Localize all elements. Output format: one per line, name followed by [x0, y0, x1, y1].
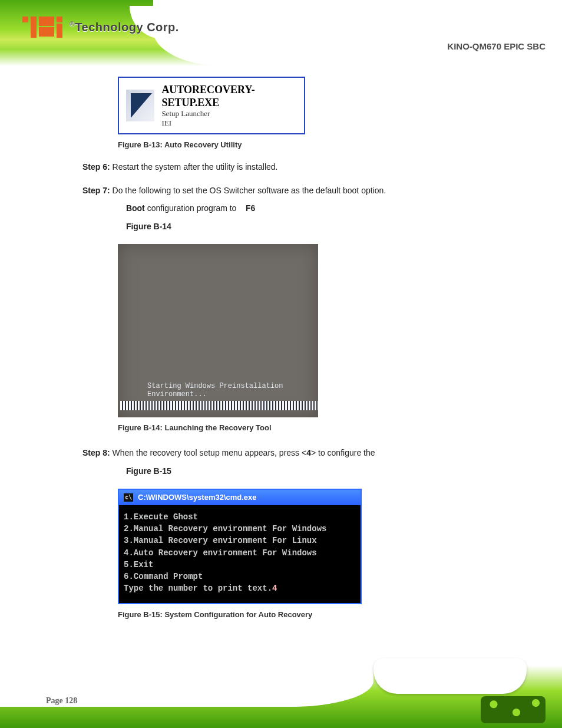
installer-icon [126, 90, 154, 121]
step-label: Step 8: [82, 448, 110, 457]
step-text: Restart the system after the utility is … [113, 162, 278, 172]
cmd-icon: c\ [124, 493, 133, 502]
brand-name: Technology Corp. [75, 21, 179, 34]
cmd-line: 6.Command Prompt [124, 571, 356, 582]
winpe-screenshot: Starting Windows Preinstallation Environ… [118, 244, 318, 417]
step-text-a: When the recovery tool setup menu appear… [113, 448, 307, 457]
step-7: Step 7: Do the following to set the OS S… [82, 182, 507, 236]
step-label: Step 6: [82, 162, 110, 172]
page-title: KINO-QM670 EPIC SBC [447, 41, 546, 51]
fig-ref: Figure B-14 [126, 222, 171, 231]
page-number: Page 128 [46, 696, 77, 706]
cmd-terminal[interactable]: 1.Execute Ghost 2.Manual Recovery enviro… [119, 505, 361, 603]
tile-vendor: IEI [161, 118, 297, 128]
step-6: Step 6: Restart the system after the uti… [82, 161, 507, 173]
key-f6: F6 [246, 203, 255, 213]
figure-caption-15: Figure B-15: System Configuration for Au… [118, 610, 538, 619]
fig-ref: Figure B-15 [126, 466, 171, 476]
cmd-line: 5.Exit [124, 559, 356, 571]
cmd-title: C:\WINDOWS\system32\cmd.exe [138, 493, 257, 501]
footer-tab [373, 658, 527, 694]
boot-text: configuration program to [147, 203, 237, 213]
figure-caption-13: Figure B-13: Auto Recovery Utility [118, 140, 538, 149]
boot-label: Boot [126, 203, 147, 213]
cmd-titlebar: c\ C:\WINDOWS\system32\cmd.exe [119, 490, 361, 505]
key-4: 4 [306, 448, 311, 457]
progress-bar-icon [120, 401, 318, 410]
footer-banner: Page 128 [0, 666, 562, 728]
cmd-line: 1.Execute Ghost [124, 511, 356, 523]
brand-registered: ® [70, 20, 75, 28]
cmd-window: c\ C:\WINDOWS\system32\cmd.exe 1.Execute… [118, 489, 362, 604]
step-8: Step 8: When the recovery tool setup men… [82, 444, 507, 480]
cmd-prompt: Type the number to print text. [124, 584, 272, 593]
cmd-entered: 4 [272, 584, 277, 593]
tile-desc: Setup Launcher [161, 109, 297, 118]
logo-mark-icon [22, 17, 62, 38]
pcb-dots-icon [481, 696, 546, 723]
document-body: AUTORECOVERY-SETUP.EXE Setup Launcher IE… [0, 77, 562, 650]
tile-filename: AUTORECOVERY-SETUP.EXE [161, 84, 297, 109]
figure-caption-14: Figure B-14: Launching the Recovery Tool [118, 423, 538, 432]
cmd-line: 4.Auto Recovery environment For Windows [124, 547, 356, 559]
winpe-message: Starting Windows Preinstallation Environ… [147, 382, 306, 398]
setup-file-tile[interactable]: AUTORECOVERY-SETUP.EXE Setup Launcher IE… [118, 77, 305, 134]
step-label: Step 7: [82, 186, 110, 195]
header-banner: ®Technology Corp. KINO-QM670 EPIC SBC [0, 0, 562, 66]
step-text: Do the following to set the OS Switcher … [113, 186, 386, 195]
brand-text: ®Technology Corp. [70, 20, 179, 34]
brand-logo: ®Technology Corp. [22, 17, 179, 38]
cmd-line: 2.Manual Recovery environment For Window… [124, 523, 356, 535]
cmd-line: 3.Manual Recovery environment For Linux [124, 535, 356, 546]
cmd-prompt-line: Type the number to print text.4 [124, 582, 356, 594]
step-text-b: > to configure the [311, 448, 375, 457]
header-curve [153, 0, 562, 66]
